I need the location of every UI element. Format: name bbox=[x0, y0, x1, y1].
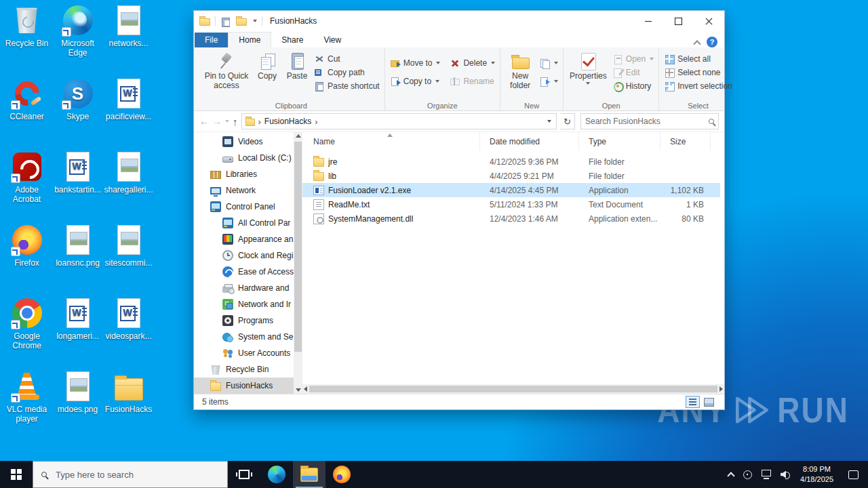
clock[interactable]: 8:09 PM 4/18/2025 bbox=[800, 464, 833, 485]
edit-button[interactable]: Edit bbox=[610, 66, 656, 79]
rename-button[interactable]: Rename bbox=[448, 75, 497, 87]
qat-customize-caret-icon[interactable] bbox=[253, 20, 257, 22]
desktop-icon[interactable]: Firefox bbox=[2, 222, 52, 296]
desktop-icon[interactable]: VLC media player bbox=[2, 369, 52, 442]
nav-item[interactable]: Local Disk (C:) bbox=[194, 150, 294, 166]
nav-item[interactable]: Hardware and bbox=[194, 280, 294, 296]
tab-share[interactable]: Share bbox=[271, 33, 313, 47]
horizontal-scrollbar-thumb[interactable] bbox=[309, 386, 717, 392]
taskbar-app[interactable] bbox=[293, 461, 326, 488]
desktop-icon[interactable]: sitescommi... bbox=[104, 222, 154, 296]
desktop-icon[interactable]: Adobe Acrobat bbox=[2, 149, 52, 222]
file-row[interactable]: jre 4/12/2025 9:36 PM File folder bbox=[302, 155, 720, 169]
copy-path-button[interactable]: Copy path bbox=[312, 66, 382, 79]
desktop-icon[interactable]: Recycle Bin bbox=[2, 3, 52, 76]
desktop-icon[interactable]: sharegalleri... bbox=[104, 149, 154, 222]
column-header-type[interactable]: Type bbox=[579, 132, 660, 150]
desktop-icon[interactable]: Google Chrome bbox=[2, 296, 52, 369]
desktop-icon[interactable]: networks... bbox=[104, 3, 154, 76]
desktop-icon[interactable]: bankstartin... bbox=[53, 149, 103, 222]
nav-item[interactable]: Clock and Regi bbox=[194, 247, 294, 264]
nav-scrollbar-thumb[interactable] bbox=[294, 142, 302, 352]
desktop-icon[interactable]: Microsoft Edge bbox=[53, 3, 103, 76]
maximize-button[interactable] bbox=[663, 11, 694, 31]
recent-locations-caret-icon[interactable] bbox=[225, 120, 229, 123]
scroll-left-icon[interactable] bbox=[304, 386, 307, 392]
desktop-icon[interactable]: FusionHacks bbox=[104, 369, 154, 442]
invert-selection-button[interactable]: Invert selection bbox=[662, 80, 734, 92]
desktop-icon[interactable]: Skype bbox=[53, 76, 103, 149]
nav-item[interactable]: Appearance an bbox=[194, 231, 294, 247]
nav-item[interactable]: All Control Par bbox=[194, 215, 294, 231]
nav-item[interactable]: Network and Ir bbox=[194, 296, 294, 312]
column-header-name[interactable]: Name bbox=[302, 132, 480, 150]
tab-view[interactable]: View bbox=[313, 33, 351, 47]
desktop-icon[interactable]: loansnc.png bbox=[53, 222, 103, 296]
nav-item[interactable]: Libraries bbox=[194, 166, 294, 182]
minimize-button[interactable] bbox=[633, 11, 663, 31]
file-row[interactable]: lib 4/4/2025 9:21 PM File folder bbox=[302, 169, 720, 183]
nav-item[interactable]: System and Se bbox=[194, 329, 294, 345]
scroll-right-icon[interactable] bbox=[719, 386, 723, 392]
refresh-icon[interactable] bbox=[560, 113, 575, 129]
file-row[interactable]: FusionLoader v2.1.exe 4/14/2025 4:45 PM … bbox=[302, 183, 720, 197]
nav-item[interactable]: Control Panel bbox=[194, 199, 294, 215]
open-button[interactable]: Open bbox=[610, 53, 656, 65]
move-to-button[interactable]: Move to bbox=[388, 57, 443, 69]
qat-properties-icon[interactable] bbox=[220, 16, 231, 26]
large-icons-view-toggle-icon[interactable] bbox=[702, 396, 716, 408]
column-header-date-modified[interactable]: Date modified bbox=[480, 132, 579, 150]
column-header-size[interactable]: Size bbox=[660, 132, 711, 150]
taskbar-app[interactable] bbox=[260, 461, 293, 488]
tab-home[interactable]: Home bbox=[228, 32, 271, 47]
start-button[interactable] bbox=[0, 461, 33, 488]
select-all-button[interactable]: Select all bbox=[662, 53, 734, 65]
cut-button[interactable]: Cut bbox=[312, 53, 382, 65]
safety-scan-tray-icon[interactable] bbox=[743, 470, 752, 479]
file-row[interactable]: ReadMe.txt 5/11/2024 1:33 PM Text Docume… bbox=[302, 197, 720, 211]
new-item-button[interactable] bbox=[537, 57, 560, 69]
delete-button[interactable]: Delete bbox=[448, 57, 497, 69]
nav-item[interactable]: FusionHacks bbox=[194, 378, 294, 394]
desktop-icon[interactable]: longameri... bbox=[53, 296, 103, 369]
easy-access-button[interactable] bbox=[537, 75, 560, 87]
nav-item[interactable]: Videos bbox=[194, 134, 294, 150]
nav-vertical-scrollbar[interactable] bbox=[294, 132, 302, 394]
taskbar-search-input[interactable] bbox=[56, 470, 219, 480]
action-center-icon[interactable] bbox=[848, 470, 859, 479]
taskbar-app[interactable] bbox=[228, 461, 260, 488]
hidden-icons-chevron-icon[interactable] bbox=[727, 472, 734, 479]
select-none-button[interactable]: Select none bbox=[662, 66, 734, 79]
new-folder-button[interactable]: New folder bbox=[503, 49, 537, 93]
breadcrumb-location[interactable]: FusionHacks bbox=[264, 117, 311, 126]
explorer-search-box[interactable] bbox=[580, 113, 719, 129]
close-button[interactable] bbox=[694, 11, 724, 31]
forward-icon[interactable]: → bbox=[212, 117, 222, 126]
history-button[interactable]: History bbox=[610, 80, 656, 92]
desktop-icon[interactable]: mdoes.png bbox=[53, 369, 103, 442]
nav-item[interactable]: Recycle Bin bbox=[194, 361, 294, 378]
up-icon[interactable]: ↑ bbox=[233, 117, 238, 127]
tab-file[interactable]: File bbox=[195, 33, 228, 47]
copy-button[interactable]: Copy bbox=[252, 49, 282, 83]
file-row[interactable]: SystemManagement.dll 12/4/2023 1:46 AM A… bbox=[302, 211, 720, 226]
paste-shortcut-button[interactable]: Paste shortcut bbox=[312, 80, 382, 92]
address-dropdown-icon[interactable] bbox=[544, 120, 555, 123]
scroll-down-icon[interactable] bbox=[296, 388, 301, 392]
network-tray-icon[interactable] bbox=[762, 470, 771, 476]
nav-item[interactable]: Programs bbox=[194, 312, 294, 329]
collapse-ribbon-icon[interactable] bbox=[693, 40, 701, 47]
details-view-toggle-icon[interactable] bbox=[686, 396, 700, 408]
explorer-search-input[interactable] bbox=[585, 117, 709, 126]
copy-to-button[interactable]: Copy to bbox=[388, 75, 443, 87]
pin-to-quick-access-button[interactable]: Pin to Quick access bbox=[201, 49, 252, 93]
nav-item[interactable]: User Accounts bbox=[194, 345, 294, 361]
properties-button[interactable]: Properties bbox=[566, 49, 610, 87]
desktop-icon[interactable]: videospark... bbox=[104, 296, 154, 369]
taskbar-search-box[interactable] bbox=[33, 461, 228, 488]
breadcrumb[interactable]: › FusionHacks › bbox=[241, 113, 557, 129]
help-icon[interactable]: ? bbox=[707, 37, 717, 47]
desktop-icon[interactable]: pacificview... bbox=[104, 76, 154, 149]
nav-item[interactable]: Ease of Access bbox=[194, 264, 294, 280]
scroll-up-icon[interactable] bbox=[296, 134, 301, 138]
